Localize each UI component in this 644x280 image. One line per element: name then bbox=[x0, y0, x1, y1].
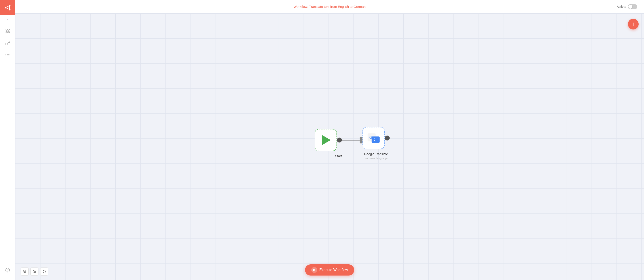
start-node-row bbox=[314, 129, 322, 140]
svg-rect-9 bbox=[8, 32, 9, 33]
sidebar: › bbox=[0, 0, 15, 140]
svg-rect-7 bbox=[8, 29, 9, 30]
sidebar-item-nodes[interactable] bbox=[0, 25, 15, 36]
svg-line-3 bbox=[6, 5, 10, 7]
sidebar-nav bbox=[0, 23, 15, 140]
workflow-canvas[interactable]: + Start bbox=[15, 13, 322, 140]
start-node-wrapper: Start bbox=[314, 129, 322, 140]
workflow-title: Workflow: Translate text from English to… bbox=[294, 5, 322, 8]
logo-button[interactable] bbox=[0, 0, 15, 15]
svg-rect-6 bbox=[6, 29, 7, 30]
header: Workflow: Translate text from English to… bbox=[15, 0, 322, 13]
workflow-area: Start G 文 bbox=[314, 127, 322, 140]
svg-rect-8 bbox=[6, 32, 7, 33]
svg-line-4 bbox=[6, 7, 10, 9]
workflow-name[interactable]: Translate text from English to German bbox=[309, 5, 322, 8]
sidebar-collapse-button[interactable]: › bbox=[0, 15, 15, 23]
start-node[interactable] bbox=[314, 129, 322, 140]
sidebar-item-credentials[interactable] bbox=[0, 38, 15, 49]
sidebar-item-executions[interactable] bbox=[0, 50, 15, 61]
